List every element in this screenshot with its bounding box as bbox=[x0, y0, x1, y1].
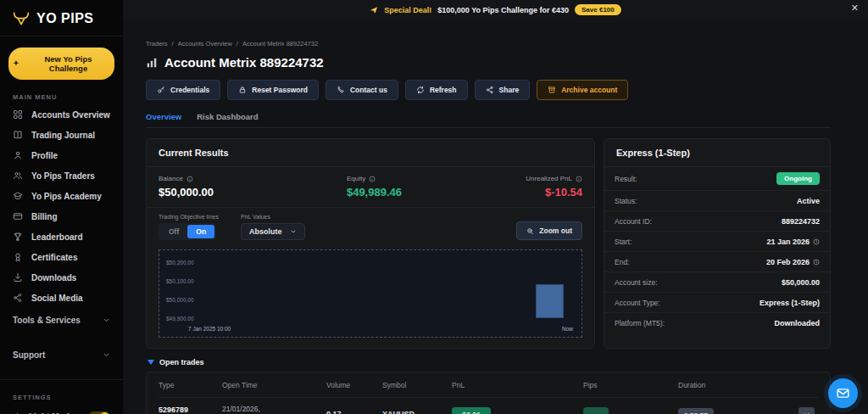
share-button[interactable]: Share bbox=[475, 80, 531, 100]
pnl-values-label: PnL Values bbox=[241, 214, 306, 220]
col-duration: Duration bbox=[678, 381, 782, 389]
credentials-label: Credentials bbox=[170, 86, 209, 94]
platform-label: Platform (MT5): bbox=[615, 319, 665, 327]
y-tick: $50,100.00 bbox=[166, 278, 194, 284]
clock-icon bbox=[813, 259, 820, 266]
sidebar-group-support[interactable]: Support bbox=[0, 343, 123, 367]
expand-row-button[interactable] bbox=[798, 407, 815, 414]
toggle-on-option[interactable]: On bbox=[187, 225, 214, 238]
info-icon bbox=[369, 176, 376, 182]
save-badge: Save €100 bbox=[575, 4, 621, 15]
status-badge: Ongoing bbox=[776, 172, 820, 185]
medal-icon bbox=[13, 252, 23, 262]
tab-overview[interactable]: Overview bbox=[146, 112, 181, 121]
sidebar: YO PIPS New Yo Pips Challenge MAIN MENU … bbox=[0, 0, 123, 414]
sidebar-item-profile[interactable]: Profile bbox=[0, 145, 123, 165]
close-icon[interactable]: ✕ bbox=[851, 3, 859, 14]
sidebar-item-leaderboard[interactable]: Leaderboard bbox=[0, 227, 123, 247]
graduation-cap-icon bbox=[13, 191, 23, 201]
trading-objective-label: Trading Objective lines bbox=[159, 214, 219, 220]
deal-label: Special Deal! bbox=[384, 6, 431, 14]
sidebar-item-social-media[interactable]: Social Media bbox=[0, 288, 123, 308]
main-content: Traders / Accounts Overview / Account Me… bbox=[123, 20, 868, 414]
tools-services-label: Tools & Services bbox=[13, 316, 81, 325]
express-row-status: Status: Active bbox=[604, 191, 830, 211]
page-title: Account Metrix 889224732 bbox=[164, 55, 324, 70]
contact-us-button[interactable]: Contact us bbox=[326, 80, 398, 100]
express-row-account-size: Account size: $50,000.00 bbox=[604, 272, 830, 293]
y-tick: $49,900.00 bbox=[166, 316, 194, 322]
express-row-start: Start: 21 Jan 2026 bbox=[604, 232, 830, 252]
reset-password-button[interactable]: Reset Password bbox=[227, 80, 319, 100]
open-trades-section-toggle[interactable]: Open trades bbox=[147, 358, 831, 366]
sidebar-item-label: Billing bbox=[31, 212, 58, 221]
pnl-values-control: PnL Values Absolute bbox=[241, 214, 306, 240]
equity-stat: Equity $49,989.46 bbox=[347, 175, 526, 199]
start-label: Start: bbox=[615, 238, 632, 246]
stats-row: Balance $50,000.00 Equity $49,989.46 Unr… bbox=[147, 167, 594, 208]
sidebar-item-label: Certificates bbox=[31, 253, 77, 262]
express-row-account-type: Account Type: Express (1-Step) bbox=[604, 293, 830, 313]
breadcrumb-traders[interactable]: Traders bbox=[146, 40, 168, 48]
clock-icon bbox=[813, 238, 820, 245]
chat-button[interactable] bbox=[828, 378, 858, 408]
account-type-value: Express (1-Step) bbox=[760, 299, 820, 307]
account-type-label: Account Type: bbox=[615, 299, 660, 307]
zoom-out-button[interactable]: Zoom out bbox=[516, 221, 582, 240]
x-axis-now-label: Now bbox=[562, 326, 573, 332]
pnl-values-select[interactable]: Absolute bbox=[241, 223, 306, 240]
sidebar-group-tools-services[interactable]: Tools & Services bbox=[0, 308, 123, 333]
logo-text: YO PIPS bbox=[36, 11, 94, 26]
settings-heading: SETTINGS bbox=[13, 394, 123, 401]
share-label: Share bbox=[499, 86, 520, 94]
sparkles-icon bbox=[12, 59, 20, 68]
balance-stat: Balance $50,000.00 bbox=[159, 175, 347, 199]
unrealized-pnl-value: $-10.54 bbox=[526, 186, 582, 199]
divider bbox=[0, 36, 123, 36]
sidebar-item-yo-pips-academy[interactable]: Yo Pips Academy bbox=[0, 186, 123, 206]
app-logo[interactable]: YO PIPS bbox=[0, 0, 123, 36]
main-menu-heading: MAIN MENU bbox=[13, 93, 123, 101]
sidebar-item-billing[interactable]: Billing bbox=[0, 206, 123, 227]
trading-objective-toggle[interactable]: Off On bbox=[159, 223, 216, 240]
sidebar-item-label: Trading Journal bbox=[31, 131, 95, 140]
bull-logo-icon bbox=[12, 10, 31, 27]
sidebar-item-trading-journal[interactable]: Trading Journal bbox=[0, 125, 123, 145]
magnifier-minus-icon bbox=[526, 227, 534, 235]
trade-open-time: 21/01/2026, 13:28:17 bbox=[222, 405, 326, 414]
title-row: Account Metrix 889224732 bbox=[146, 55, 831, 70]
new-challenge-button[interactable]: New Yo Pips Challenge bbox=[8, 48, 114, 80]
col-pips: Pips bbox=[583, 381, 678, 389]
light-mode-row: Light Mode bbox=[0, 405, 123, 414]
archive-icon bbox=[548, 86, 556, 94]
share-nodes-icon bbox=[13, 293, 23, 303]
account-size-value: $50,000.00 bbox=[782, 278, 820, 287]
sidebar-item-yo-pips-traders[interactable]: Yo Pips Traders bbox=[0, 165, 123, 186]
sidebar-item-accounts-overview[interactable]: Accounts Overview bbox=[0, 104, 123, 125]
trading-objective-control: Trading Objective lines Off On bbox=[159, 214, 219, 240]
current-results-title: Current Results bbox=[147, 139, 594, 167]
credit-card-icon bbox=[13, 211, 23, 221]
tab-risk-dashboard[interactable]: Risk Dashboard bbox=[197, 112, 258, 121]
open-trades-label: Open trades bbox=[159, 358, 204, 366]
sidebar-item-label: Accounts Overview bbox=[31, 110, 110, 120]
user-icon bbox=[13, 150, 23, 160]
account-details-card: Express (1-Step) Result: Ongoing Status:… bbox=[604, 138, 831, 349]
toggle-off-option[interactable]: Off bbox=[160, 225, 187, 238]
trophy-icon bbox=[13, 232, 23, 242]
archive-account-button[interactable]: Archive account bbox=[537, 80, 628, 100]
contact-us-label: Contact us bbox=[350, 86, 387, 94]
pips-badge: - bbox=[583, 407, 609, 414]
pnl-badge: $3.06 bbox=[452, 407, 491, 414]
lock-icon bbox=[238, 86, 247, 94]
trade-symbol: XAUUSD bbox=[382, 410, 452, 414]
refresh-button[interactable]: Refresh bbox=[405, 80, 468, 100]
credentials-button[interactable]: Credentials bbox=[146, 80, 220, 100]
start-value: 21 Jan 2026 bbox=[766, 238, 810, 246]
breadcrumb-accounts-overview[interactable]: Accounts Overview bbox=[178, 40, 232, 48]
duration-badge: 2:58:57 bbox=[678, 408, 714, 414]
sidebar-item-downloads[interactable]: Downloads bbox=[0, 267, 123, 288]
sidebar-item-certificates[interactable]: Certificates bbox=[0, 247, 123, 267]
equity-chart[interactable]: $50,200.00 $50,100.00 $50,000.00 $49,900… bbox=[159, 249, 582, 338]
current-results-card: Current Results Balance $50,000.00 Equit… bbox=[146, 138, 595, 349]
